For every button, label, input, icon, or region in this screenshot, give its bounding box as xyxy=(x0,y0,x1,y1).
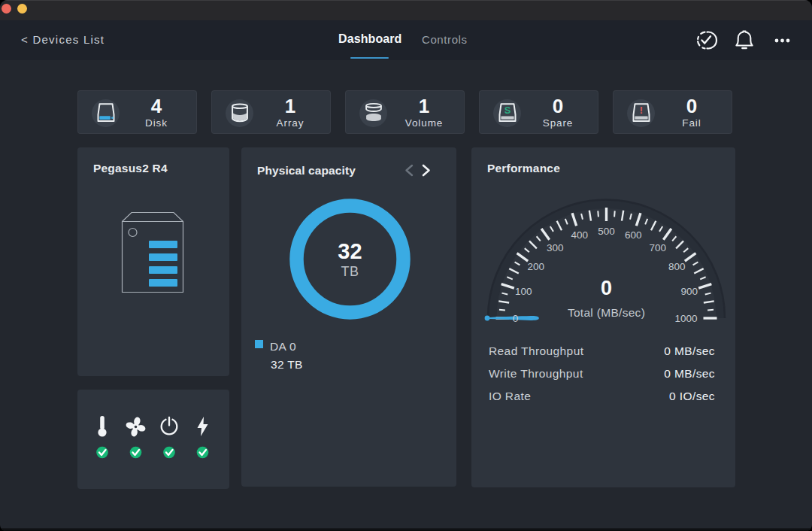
svg-text:800: 800 xyxy=(668,261,686,272)
svg-text:300: 300 xyxy=(547,242,564,253)
svg-text:700: 700 xyxy=(649,242,666,253)
svg-text:!: ! xyxy=(639,105,642,116)
svg-text:400: 400 xyxy=(571,229,588,241)
svg-text:S: S xyxy=(504,105,511,116)
svg-text:500: 500 xyxy=(598,226,615,237)
svg-text:200: 200 xyxy=(527,261,544,272)
svg-text:600: 600 xyxy=(625,229,642,241)
